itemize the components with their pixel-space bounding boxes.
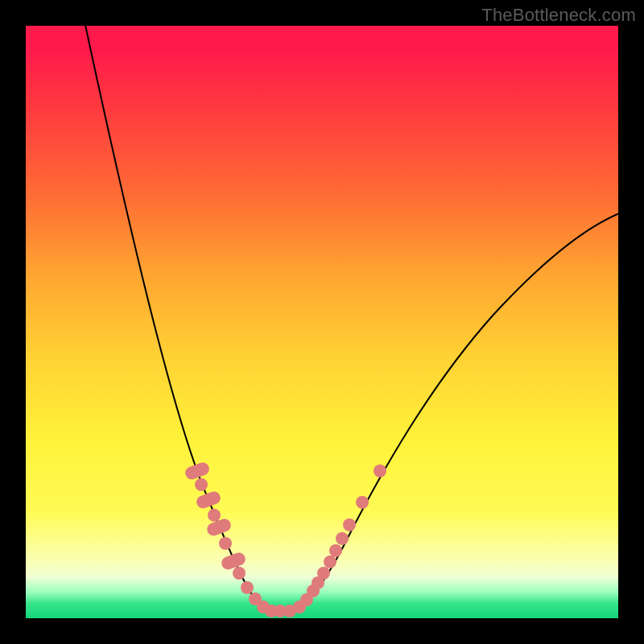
marker-dot <box>317 567 330 580</box>
marker-capsule <box>195 489 222 510</box>
marker-dot <box>241 581 254 594</box>
marker-capsule <box>205 517 233 537</box>
markers-group <box>184 460 386 617</box>
marker-dot <box>343 518 356 531</box>
right-curve <box>296 213 618 610</box>
watermark-text: TheBottleneck.com <box>481 5 636 26</box>
marker-dot <box>374 464 386 477</box>
marker-dot <box>356 496 369 509</box>
marker-dot <box>233 567 246 580</box>
marker-dot <box>336 532 349 545</box>
marker-dot <box>208 509 221 522</box>
marker-dot <box>329 544 342 557</box>
curves-svg <box>26 26 618 618</box>
marker-dot <box>219 537 232 550</box>
outer-frame: TheBottleneck.com <box>0 0 644 644</box>
marker-dot <box>324 555 336 568</box>
marker-dot <box>195 478 208 491</box>
left-curve <box>84 26 267 610</box>
plot-area <box>26 26 618 618</box>
marker-capsule <box>184 460 211 481</box>
